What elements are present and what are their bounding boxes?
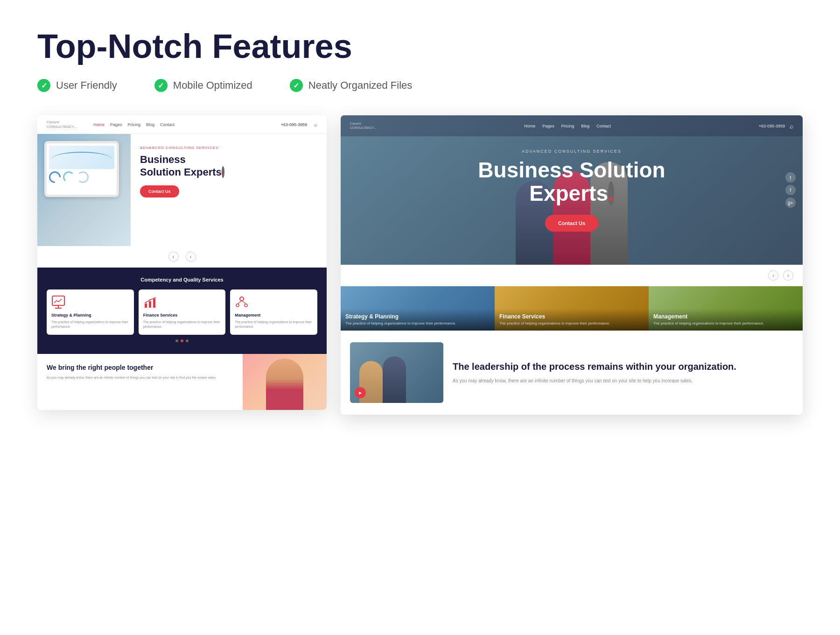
right-preview-card: Casumi CONSULTANCY... Home Pages Pricing…: [341, 115, 803, 415]
right-service-card-3: Management The practice of helping organ…: [649, 286, 803, 331]
right-next-arrow[interactable]: ›: [783, 270, 793, 281]
left-phone: +63-095-3959: [281, 122, 307, 127]
svg-point-7: [149, 299, 151, 301]
left-preview: Casumi CONSULTANCY... Home Pages Pricing…: [37, 115, 327, 410]
right-hero-title: Business SolutionExperts.: [478, 158, 665, 205]
search-icon[interactable]: ⌕: [314, 121, 317, 128]
card-1-title: Strategy & Planning: [51, 313, 129, 318]
left-hero-title: BusinessSolution Experts.: [140, 154, 317, 178]
right-nav-blog[interactable]: Blog: [581, 124, 589, 128]
right-prev-arrow[interactable]: ‹: [768, 270, 778, 281]
left-dark-section: Competency and Quality Services: [37, 268, 327, 354]
pie-charts: [49, 171, 114, 183]
right-service-label: ADVANCED CONSULTING SERVICES: [522, 149, 622, 154]
rsc-desc-3: The practice of helping organizations to…: [653, 321, 798, 326]
gplus-button[interactable]: g+: [785, 198, 796, 208]
right-nav-pages[interactable]: Pages: [542, 124, 554, 128]
right-service-card-1: Strategy & Planning The practice of help…: [341, 286, 495, 331]
left-bottom-text: As you may already know, there are an in…: [47, 375, 233, 381]
right-navbar: Casumi CONSULTANCY... Home Pages Pricing…: [341, 115, 803, 136]
svg-point-11: [245, 304, 247, 307]
rsc-desc-1: The practice of helping organizations to…: [345, 321, 490, 326]
rsc-content-1: Strategy & Planning The practice of help…: [341, 309, 495, 331]
play-button[interactable]: ▶: [355, 387, 366, 398]
right-nav-links: Home Pages Pricing Blog Contact: [524, 124, 611, 128]
right-cta-button[interactable]: Contact Us: [545, 215, 598, 232]
svg-line-12: [238, 301, 242, 304]
next-arrow-button[interactable]: ›: [186, 252, 196, 262]
slider-dots: [47, 335, 317, 345]
feature-item-2: ✓ Mobile Optimized: [154, 79, 252, 92]
right-hero: Casumi CONSULTANCY... Home Pages Pricing…: [341, 115, 803, 265]
dot-3[interactable]: [186, 339, 189, 342]
finance-icon: [143, 295, 157, 309]
left-section-title: Competency and Quality Services: [47, 277, 317, 282]
right-nav-home[interactable]: Home: [524, 124, 535, 128]
left-hero-content: ADVANCED CONSULTING SERVICES BusinessSol…: [131, 134, 327, 246]
right-nav-pricing[interactable]: Pricing: [561, 124, 574, 128]
feature-item-1: ✓ User Friendly: [37, 79, 117, 92]
nav-contact[interactable]: Contact: [160, 122, 175, 127]
svg-rect-5: [153, 299, 155, 308]
feature-item-3: ✓ Neatly Organized Files: [290, 79, 413, 92]
right-bottom-section: ▶ The leadership of the process remains …: [341, 331, 803, 415]
rsc-title-2: Finance Services: [499, 313, 644, 320]
rsc-title-3: Management: [653, 313, 798, 320]
left-bottom-title: We bring the right people together: [47, 363, 233, 372]
check-icon-2: ✓: [154, 79, 168, 92]
prev-arrow-button[interactable]: ‹: [168, 252, 179, 262]
left-service-label: ADVANCED CONSULTING SERVICES: [140, 146, 317, 150]
svg-rect-3: [145, 303, 147, 308]
strategy-icon: [51, 295, 65, 309]
card-3-desc: The practice of helping organizations to…: [235, 320, 313, 329]
facebook-button[interactable]: f: [785, 185, 796, 195]
right-bottom-content: The leadership of the process remains wi…: [453, 360, 793, 385]
right-bottom-title: The leadership of the process remains wi…: [453, 360, 793, 373]
twitter-button[interactable]: t: [785, 172, 796, 183]
card-3-title: Management: [235, 313, 313, 318]
management-icon: [235, 295, 249, 309]
nav-pricing[interactable]: Pricing: [127, 122, 140, 127]
left-cta-button[interactable]: Contact Us: [140, 185, 179, 198]
right-service-card-2: Finance Services The practice of helping…: [495, 286, 649, 331]
left-logo: Casumi CONSULTANCY...: [47, 120, 77, 129]
left-bottom-section: We bring the right people together As yo…: [37, 354, 327, 410]
nav-pages[interactable]: Pages: [110, 122, 122, 127]
right-search-icon[interactable]: ⌕: [790, 122, 793, 130]
svg-line-13: [242, 301, 246, 304]
feature-label-2: Mobile Optimized: [173, 79, 252, 92]
left-nav-links: Home Pages Pricing Blog Contact: [93, 122, 175, 127]
nav-home[interactable]: Home: [93, 122, 105, 127]
left-bottom-content: We bring the right people together As yo…: [37, 354, 243, 410]
features-list: ✓ User Friendly ✓ Mobile Optimized ✓ Nea…: [37, 79, 803, 92]
tablet-mockup: [44, 141, 119, 197]
nav-blog[interactable]: Blog: [146, 122, 154, 127]
previews-row: Casumi CONSULTANCY... Home Pages Pricing…: [37, 115, 803, 415]
left-navbar: Casumi CONSULTANCY... Home Pages Pricing…: [37, 115, 327, 134]
left-service-card-2: Finance Services The practice of helping…: [139, 289, 226, 335]
woman-figure: [266, 359, 303, 410]
svg-rect-4: [149, 301, 151, 308]
right-logo: Casumi CONSULTANCY...: [350, 122, 377, 130]
check-icon-1: ✓: [37, 79, 50, 92]
left-hero: ADVANCED CONSULTING SERVICES BusinessSol…: [37, 134, 327, 246]
right-nav-contact[interactable]: Contact: [596, 124, 611, 128]
left-service-card-1: Strategy & Planning The practice of help…: [47, 289, 134, 335]
rsc-title-1: Strategy & Planning: [345, 313, 490, 320]
pie-3: [77, 171, 89, 183]
svg-point-6: [145, 302, 146, 303]
chart-line: [49, 146, 114, 169]
left-hero-image: [37, 134, 131, 246]
check-icon-3: ✓: [290, 79, 303, 92]
dot-2[interactable]: [181, 339, 183, 342]
right-phone: +63-095-3959: [759, 124, 785, 128]
tablet-screen: [47, 143, 117, 195]
svg-point-9: [240, 297, 244, 301]
card-2-desc: The practice of helping organizations to…: [143, 320, 221, 329]
social-bar: t f g+: [785, 172, 796, 208]
dot-1[interactable]: [175, 339, 178, 342]
left-service-card-3: Management The practice of helping organ…: [230, 289, 317, 335]
rsc-desc-2: The practice of helping organizations to…: [499, 321, 644, 326]
page-title: Top-Notch Features: [37, 28, 803, 65]
card-2-title: Finance Services: [143, 313, 221, 318]
